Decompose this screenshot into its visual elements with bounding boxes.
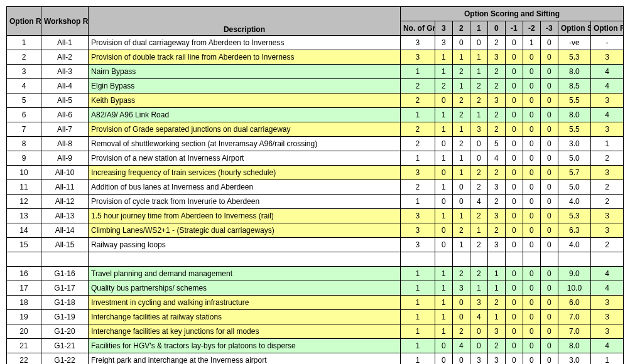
table-row: 11All-11Addition of bus lanes at Inverne… xyxy=(7,180,624,195)
table-row: 15All-15Railway passing loops301230004.0… xyxy=(7,238,624,252)
table-row: 6All-6A82/A9/ A96 Link Road112120008.04 xyxy=(7,108,624,122)
options-table: Option Ref. Workshop Ref. Description Op… xyxy=(6,6,624,364)
table-row: 18G1-18Investment in cycling and walking… xyxy=(7,296,624,310)
table-row: 7All-7Provision of Grade separated junct… xyxy=(7,122,624,137)
table-row: 5All-5Keith Bypass202230005.53 xyxy=(7,94,624,108)
table-row: 3All-3Nairn Bypass112120008.04 xyxy=(7,65,624,79)
col-option-ref: Option Ref. xyxy=(7,7,41,36)
table-row: 12All-12Provision of cycle track from In… xyxy=(7,195,624,209)
table-row: 17G1-17Quality bus partnerships/ schemes… xyxy=(7,281,624,296)
table-row: 16G1-16Travel planning and demand manage… xyxy=(7,267,624,281)
col-scoring-sifting: Option Scoring and Sifting xyxy=(400,7,623,21)
table-row: 8All-8Removal of shuttleworking section … xyxy=(7,137,624,151)
col-s2: 2 xyxy=(452,21,470,36)
col-sm2: -2 xyxy=(523,21,540,36)
col-description: Description xyxy=(89,7,401,36)
table-row: 1All-1Provision of dual carriageway from… xyxy=(7,36,624,50)
separator-row xyxy=(7,252,624,267)
table-row: 9All-9Provision of a new station at Inve… xyxy=(7,151,624,166)
col-no-groups: No. of Groups xyxy=(400,21,435,36)
table-row: 19G1-19Interchange facilities at railway… xyxy=(7,310,624,324)
table-row: 21G1-21Facilities for HGV's & tractors l… xyxy=(7,339,624,353)
col-s3: 3 xyxy=(435,21,452,36)
col-s1: 1 xyxy=(470,21,487,36)
table-row: 4All-4Elgin Bypass221220008.54 xyxy=(7,79,624,94)
col-s0: 0 xyxy=(487,21,505,36)
col-workshop-ref: Workshop Ref. xyxy=(41,7,89,36)
table-row: 10All-10Increasing frequency of train se… xyxy=(7,166,624,180)
col-option-score: Option Score xyxy=(558,21,590,36)
col-option-rating: Option Rating xyxy=(590,21,623,36)
table-row: 2All-2Provision of double track rail lin… xyxy=(7,50,624,65)
table-row: 20G1-20Interchange facilities at key jun… xyxy=(7,324,624,339)
table-row: 22G1-22Freight park and interchange at t… xyxy=(7,353,624,365)
col-sm3: -3 xyxy=(540,21,558,36)
table-row: 14All-14Climbing Lanes/WS2+1 - (Strategi… xyxy=(7,223,624,238)
col-sm1: -1 xyxy=(505,21,523,36)
table-row: 13All-131.5 hour journey time from Aberd… xyxy=(7,209,624,223)
